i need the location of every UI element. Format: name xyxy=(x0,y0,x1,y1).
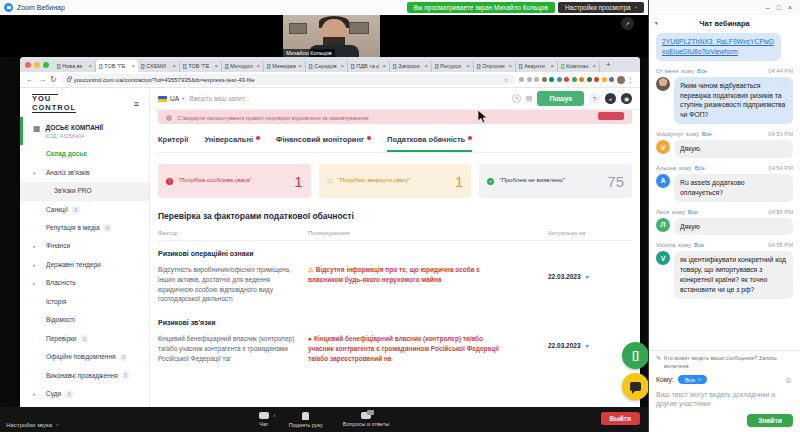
sidebar-item-zvyazky-pro[interactable]: Зв'язки PRO xyxy=(20,182,149,200)
tab-close-icon[interactable]: × xyxy=(88,63,92,69)
record-icon[interactable]: ◉ xyxy=(621,93,632,104)
help-circle-icon[interactable]: ? xyxy=(589,93,600,104)
chat-button[interactable]: ˄ Чат xyxy=(259,412,269,428)
forward-icon[interactable]: → xyxy=(38,75,46,84)
expand-video-icon[interactable]: ↗ xyxy=(621,17,634,30)
extension-icon[interactable] xyxy=(534,77,539,82)
extension-icon[interactable] xyxy=(542,77,547,82)
sidebar-item-reputatsiya[interactable]: Репутація в медіа0 xyxy=(20,219,149,237)
sidebar-item-vidomosti[interactable]: Відомості xyxy=(20,311,149,329)
sidebar-item-analiz-zvyazkiv[interactable]: ▾Аналіз зв'язків xyxy=(20,164,149,182)
tab-kryterii[interactable]: Критерії xyxy=(158,135,188,152)
url-field[interactable]: youcontrol.com.ua/contractor/?id=4355793… xyxy=(61,74,515,85)
chevron-down-icon[interactable]: ▾ xyxy=(586,343,589,349)
sidebar-item-sanktsii[interactable]: Санкції0 xyxy=(20,201,149,219)
tab-close-icon[interactable]: × xyxy=(256,63,260,69)
tab-close-icon[interactable]: × xyxy=(508,63,512,69)
tab-close-icon[interactable]: × xyxy=(424,63,428,69)
browser-tab[interactable]: []Комплає× xyxy=(558,60,600,72)
extension-icon[interactable] xyxy=(602,77,607,82)
sidebar-item-sklad-dosye[interactable]: Склад досьє xyxy=(20,145,149,163)
extension-icon[interactable] xyxy=(564,77,569,82)
close-icon[interactable]: × xyxy=(788,4,792,11)
tab-close-icon[interactable]: × xyxy=(131,63,135,69)
tab-podatkova-obachnist[interactable]: Податкова обачність xyxy=(387,135,472,152)
sidebar-item-perevirky[interactable]: Перевірки0 xyxy=(20,330,149,348)
extension-icon[interactable] xyxy=(587,77,592,82)
history-icon[interactable]: « xyxy=(605,93,616,104)
tab-close-icon[interactable]: × xyxy=(172,63,176,69)
chevron-down-icon[interactable]: ▾ xyxy=(586,274,589,280)
send-button[interactable]: Знайти xyxy=(747,414,793,427)
sidebar-item-istoriya[interactable]: Історія xyxy=(20,293,149,311)
youcontrol-chat-widget[interactable]: [] xyxy=(622,342,649,369)
search-input[interactable] xyxy=(189,95,507,102)
browser-tab[interactable]: []Опросни× xyxy=(474,60,516,72)
raise-hand-button[interactable]: Поднять руку xyxy=(289,412,323,428)
tab-close-icon[interactable]: × xyxy=(214,63,218,69)
extension-icon[interactable] xyxy=(527,77,532,82)
maximize-window-icon[interactable] xyxy=(43,62,49,68)
browser-tab[interactable]: []Акаунти× xyxy=(516,60,558,72)
sidebar-item-sudy[interactable]: ▸Суди0 xyxy=(20,385,149,403)
back-icon[interactable]: ← xyxy=(26,75,34,84)
page-url[interactable]: youcontrol.com.ua/contractor/?id=4355793… xyxy=(74,77,501,83)
tab-close-icon[interactable]: × xyxy=(592,63,596,69)
browser-menu-icon[interactable]: ⋮ xyxy=(627,76,634,84)
emoji-icon[interactable]: ☺ xyxy=(784,375,793,385)
youcontrol-logo[interactable]: YOU CONTROL xyxy=(32,94,76,113)
sidebar-item-tendery[interactable]: ▸Державні тендери xyxy=(20,256,149,274)
speaker-video-thumbnail[interactable]: Михайло Кольцов xyxy=(283,15,380,57)
minimize-icon[interactable]: – xyxy=(766,4,770,11)
message-more-icon[interactable]: ··· xyxy=(778,79,788,89)
browser-profile-avatar[interactable] xyxy=(617,76,625,84)
livechat-widget[interactable] xyxy=(622,373,649,400)
extension-icon[interactable] xyxy=(557,77,562,82)
browser-tab[interactable]: []Середов× xyxy=(306,60,348,72)
tab-universalni[interactable]: Універсальні xyxy=(204,135,260,152)
tab-close-icon[interactable]: × xyxy=(382,63,386,69)
browser-tab-active[interactable]: []ТОВ "ГЕ× xyxy=(96,60,138,72)
sidebar-item-finansy[interactable]: ▸Фінанси xyxy=(20,237,149,255)
audio-settings-button[interactable]: Настройки звука ˄ xyxy=(6,422,59,428)
browser-tab[interactable]: []Запроси× xyxy=(390,60,432,72)
tab-close-icon[interactable]: × xyxy=(298,63,302,69)
tab-finmonitoring[interactable]: Фінансовий моніторинг xyxy=(276,135,371,152)
minimize-window-icon[interactable] xyxy=(34,62,40,68)
new-tab-button[interactable]: + xyxy=(600,60,617,69)
close-window-icon[interactable] xyxy=(25,62,31,68)
chat-input[interactable]: Ваш текст могут видеть докладчики и друг… xyxy=(656,390,793,408)
maximize-icon[interactable]: □ xyxy=(777,4,781,11)
browser-tab[interactable]: []Менеджм× xyxy=(264,60,306,72)
sidebar-item-vlasnist[interactable]: ▸Власність xyxy=(20,274,149,292)
extension-icon[interactable] xyxy=(594,77,599,82)
sidebar-item-povidomlennya[interactable]: Офіційні повідомлення0 xyxy=(20,348,149,366)
keyboard-icon[interactable]: ▤ xyxy=(526,95,533,103)
browser-tab[interactable]: []Методол× xyxy=(222,60,264,72)
extension-icon[interactable] xyxy=(579,77,584,82)
browser-tab[interactable]: []Ресурси× xyxy=(432,60,474,72)
extension-icon[interactable] xyxy=(572,77,577,82)
extension-icon[interactable] xyxy=(519,77,524,82)
recipient-selector[interactable]: Все ▾ xyxy=(678,375,708,384)
browser-tab[interactable]: []ПДВ та є× xyxy=(348,60,390,72)
browser-tab[interactable]: []СХЕМИ× xyxy=(138,60,180,72)
bookmark-star-icon[interactable]: ☆ xyxy=(504,76,509,83)
hamburger-menu-icon[interactable]: ≡ xyxy=(134,99,139,109)
language-selector[interactable]: UA ▾ xyxy=(158,95,184,102)
leave-meeting-button[interactable]: Выйти xyxy=(601,412,640,425)
search-button[interactable]: Пошук xyxy=(537,91,584,106)
view-settings-button[interactable]: Настройки просмотра ▾ xyxy=(558,2,644,13)
window-traffic-lights[interactable] xyxy=(25,57,54,72)
tab-close-icon[interactable]: × xyxy=(340,63,344,69)
tab-close-icon[interactable]: × xyxy=(550,63,554,69)
browser-tab[interactable]: []ТОВ "ГЕ× xyxy=(180,60,222,72)
browser-tab[interactable]: []Нова вк× xyxy=(54,60,96,72)
banner-action-button[interactable] xyxy=(598,112,624,120)
qa-button[interactable]: Вопросы и ответы xyxy=(343,412,389,428)
form-link[interactable]: 2YU6PLZThNX3_RaLF9WxsYCPwDxoEiueDiU8oTo/… xyxy=(662,38,774,55)
help-icon[interactable]: ? xyxy=(512,94,521,103)
tab-close-icon[interactable]: × xyxy=(466,63,470,69)
refresh-icon[interactable]: ↻ xyxy=(50,75,57,84)
extension-icon[interactable] xyxy=(609,77,614,82)
